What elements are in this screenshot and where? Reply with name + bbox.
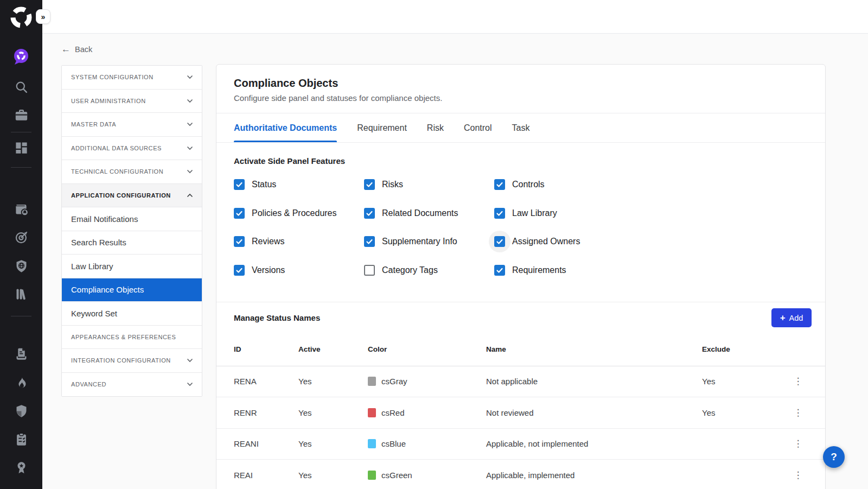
status-id: REAI: [216, 460, 298, 489]
table-row: RENR Yes csRed Not reviewed Yes ⋮: [216, 397, 825, 429]
tab-requirement[interactable]: Requirement: [357, 113, 407, 142]
column-header-exclude: Exclude: [702, 333, 782, 366]
add-status-button[interactable]: + Add: [771, 308, 812, 327]
rail-item-search[interactable]: [0, 76, 42, 98]
nav-item-email-notifications[interactable]: Email Notifications: [62, 207, 202, 231]
checkbox-icon[interactable]: [494, 265, 505, 276]
search-icon: [14, 80, 29, 94]
checkbox-icon[interactable]: [234, 236, 245, 247]
rail-divider: [11, 316, 31, 316]
nav-item-compliance-objects[interactable]: Compliance Objects: [62, 278, 202, 302]
feature-requirements[interactable]: Requirements: [494, 265, 657, 276]
app-icon-rail: [0, 0, 42, 489]
status-color: csGray: [368, 366, 486, 397]
rail-item-dashboard[interactable]: [0, 137, 42, 158]
tab-control[interactable]: Control: [464, 113, 492, 142]
checkbox-icon[interactable]: [234, 265, 245, 276]
feature-controls[interactable]: Controls: [494, 179, 657, 190]
dashboard-grid-icon: [14, 141, 29, 155]
rail-item-library[interactable]: [0, 283, 42, 304]
checkbox-icon[interactable]: [364, 208, 375, 219]
status-exclude: [702, 428, 782, 460]
plus-icon: +: [780, 313, 786, 322]
status-id: RENA: [216, 366, 298, 397]
status-color: csBlue: [368, 428, 486, 460]
checkbox-icon[interactable]: [364, 265, 375, 276]
status-name: Not applicable: [486, 366, 702, 397]
rail-divider: [11, 132, 31, 132]
checkbox-icon[interactable]: [494, 208, 505, 219]
feature-versions[interactable]: Versions: [234, 265, 364, 276]
column-header-name: Name: [486, 333, 702, 366]
rail-item-certifications[interactable]: [0, 456, 42, 478]
checkbox-icon[interactable]: [234, 208, 245, 219]
status-id: RENR: [216, 397, 298, 429]
feature-law-library[interactable]: Law Library: [494, 208, 657, 219]
column-header-color: Color: [368, 333, 486, 366]
rail-item-privacy[interactable]: [0, 255, 42, 277]
features-heading: Activate Side Panel Features: [234, 156, 808, 166]
checkbox-icon[interactable]: [364, 179, 375, 190]
feature-assigned-owners[interactable]: Assigned Owners: [494, 236, 657, 247]
feature-related-documents[interactable]: Related Documents: [364, 208, 494, 219]
checkbox-icon[interactable]: [364, 236, 375, 247]
feature-category-tags[interactable]: Category Tags: [364, 265, 494, 276]
row-menu-kebab-icon[interactable]: ⋮: [793, 469, 803, 481]
nav-section-system-configuration[interactable]: SYSTEM CONFIGURATION: [62, 66, 202, 90]
status-exclude: Yes: [702, 366, 782, 397]
rail-item-assistant[interactable]: [0, 46, 42, 67]
nav-item-keyword-set[interactable]: Keyword Set: [62, 302, 202, 326]
rail-item-workspace[interactable]: [0, 104, 42, 125]
row-menu-kebab-icon[interactable]: ⋮: [793, 407, 803, 418]
back-label: Back: [75, 45, 92, 54]
side-panel-features-section: Activate Side Panel Features Status Risk…: [216, 143, 825, 302]
brand-logo-icon: [8, 4, 34, 30]
sidebar-expand-button[interactable]: »: [36, 9, 50, 24]
tab-authoritative-documents[interactable]: Authoritative Documents: [234, 113, 337, 142]
column-header-active: Active: [298, 333, 368, 366]
status-name: Applicable, implemented: [486, 460, 702, 489]
row-menu-kebab-icon[interactable]: ⋮: [793, 438, 803, 449]
help-button[interactable]: ?: [823, 446, 845, 468]
feature-policies-procedures[interactable]: Policies & Procedures: [234, 208, 364, 219]
checkbox-icon[interactable]: [494, 236, 505, 247]
nav-section-technical-configuration[interactable]: TECHNICAL CONFIGURATION: [62, 160, 202, 184]
briefcase-icon: [14, 107, 29, 122]
question-mark-icon: ?: [831, 451, 837, 463]
chevron-down-icon: [187, 121, 193, 128]
nav-section-advanced[interactable]: ADVANCED: [62, 373, 202, 397]
feature-risks[interactable]: Risks: [364, 179, 494, 190]
manage-status-names-bar: Manage Status Names + Add: [216, 302, 825, 333]
rail-item-security[interactable]: [0, 400, 42, 422]
status-active: Yes: [298, 428, 368, 460]
feature-supplementary-info[interactable]: Supplementary Info: [364, 236, 494, 247]
nav-section-appearances-preferences[interactable]: APPEARANCES & PREFERENCES: [62, 326, 202, 350]
rail-item-goals[interactable]: [0, 226, 42, 248]
tab-task[interactable]: Task: [512, 113, 530, 142]
nav-section-integration-configuration[interactable]: INTEGRATION CONFIGURATION: [62, 349, 202, 373]
color-swatch: [368, 377, 376, 386]
feature-status[interactable]: Status: [234, 179, 364, 190]
nav-item-law-library[interactable]: Law Library: [62, 255, 202, 278]
library-books-icon: [14, 287, 29, 301]
rail-item-assessments[interactable]: [0, 428, 42, 450]
feature-reviews[interactable]: Reviews: [234, 236, 364, 247]
checkbox-icon[interactable]: [234, 179, 245, 190]
status-exclude: [702, 460, 782, 489]
color-swatch: [368, 408, 376, 417]
nav-item-search-results[interactable]: Search Results: [62, 231, 202, 255]
rail-item-subscriptions[interactable]: [0, 198, 42, 220]
rail-item-risk-heat[interactable]: [0, 372, 42, 393]
nav-section-master-data[interactable]: MASTER DATA: [62, 113, 202, 137]
rail-item-documents[interactable]: [0, 343, 42, 365]
checkbox-icon[interactable]: [494, 179, 505, 190]
row-menu-kebab-icon[interactable]: ⋮: [793, 376, 803, 387]
target-goal-icon: [14, 230, 29, 245]
tab-risk[interactable]: Risk: [427, 113, 444, 142]
nav-section-user-administration[interactable]: USER ADMINISTRATION: [62, 90, 202, 113]
nav-section-application-configuration[interactable]: APPLICATION CONFIGURATION: [62, 184, 202, 208]
chevron-up-icon: [187, 192, 193, 199]
nav-section-additional-data-sources[interactable]: ADDITIONAL DATA SOURCES: [62, 137, 202, 161]
status-name: Not reviewed: [486, 397, 702, 429]
back-link[interactable]: ← Back: [61, 45, 92, 54]
